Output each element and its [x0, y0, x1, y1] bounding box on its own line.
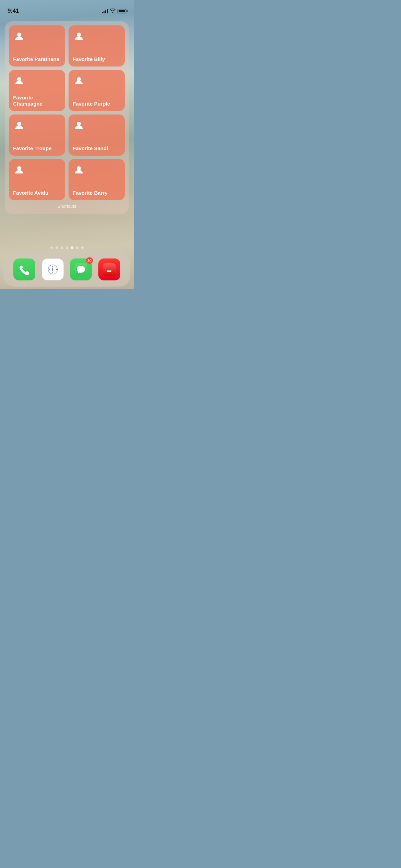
shortcuts-grid: Favorite Parathena Favorite Billy Favori… — [9, 25, 125, 200]
battery-icon — [118, 9, 126, 13]
shortcut-label-parathena: Favorite Parathena — [13, 53, 59, 62]
svg-point-7 — [77, 166, 81, 170]
person-icon — [73, 75, 85, 87]
wifi-icon — [110, 8, 116, 14]
status-icons — [102, 8, 126, 14]
person-icon — [13, 119, 25, 132]
shortcut-label-sandi: Favorite Sandi — [73, 143, 108, 152]
status-time: 9:41 — [8, 8, 19, 14]
dock-messages[interactable]: 20 — [70, 258, 92, 280]
person-icon — [13, 164, 25, 176]
dock: N S E W 20 — [3, 252, 130, 287]
svg-rect-21 — [103, 263, 116, 276]
shortcut-label-barry: Favorite Barry — [73, 187, 108, 196]
svg-point-0 — [17, 33, 21, 37]
shortcut-sandi[interactable]: Favorite Sandi — [69, 114, 125, 156]
shortcut-troupe[interactable]: Favorite Troupe — [9, 114, 65, 156]
messages-badge: 20 — [86, 257, 93, 264]
svg-point-5 — [77, 122, 81, 126]
dock-music[interactable] — [98, 258, 120, 280]
svg-point-6 — [17, 166, 21, 170]
status-bar: 9:41 — [0, 0, 134, 17]
page-dot-1 — [56, 246, 58, 249]
shortcut-label-avidu: Favorite Avidu — [13, 187, 48, 196]
shortcut-barry[interactable]: Favorite Barry — [69, 159, 125, 200]
shortcut-label-purple: Favorite Purple — [73, 98, 110, 107]
shortcut-label-billy: Favorite Billy — [73, 53, 105, 62]
shortcut-billy[interactable]: Favorite Billy — [69, 25, 125, 67]
page-dot-6 — [81, 246, 84, 249]
page-dot-3 — [66, 246, 68, 249]
dock-phone[interactable] — [13, 258, 35, 280]
shortcut-label-champagne: Favorite Champagne — [13, 92, 61, 107]
page-dot-5 — [76, 246, 78, 249]
dock-safari[interactable]: N S E W — [42, 258, 64, 280]
shortcuts-group-label-container: Shortcuts — [9, 203, 125, 210]
shortcut-avidu[interactable]: Favorite Avidu — [9, 159, 65, 200]
svg-point-3 — [77, 77, 81, 81]
page-dot-0 — [50, 246, 53, 249]
person-icon — [73, 164, 85, 176]
svg-point-4 — [17, 122, 21, 126]
page-dot-2 — [61, 246, 63, 249]
shortcut-purple[interactable]: Favorite Purple — [69, 70, 125, 111]
shortcuts-widget: Favorite Parathena Favorite Billy Favori… — [5, 21, 129, 214]
shortcuts-group-label: Shortcuts — [58, 204, 76, 209]
page-dot-4 — [71, 246, 73, 249]
person-icon — [73, 30, 85, 43]
signal-icon — [102, 9, 108, 13]
page-dots — [0, 246, 134, 249]
person-icon — [13, 75, 25, 87]
shortcut-parathena[interactable]: Favorite Parathena — [9, 25, 65, 67]
person-icon — [13, 30, 25, 43]
svg-point-2 — [17, 77, 21, 81]
svg-point-1 — [77, 33, 81, 37]
shortcut-label-troupe: Favorite Troupe — [13, 143, 52, 152]
shortcut-champagne[interactable]: Favorite Champagne — [9, 70, 65, 111]
person-icon — [73, 119, 85, 132]
